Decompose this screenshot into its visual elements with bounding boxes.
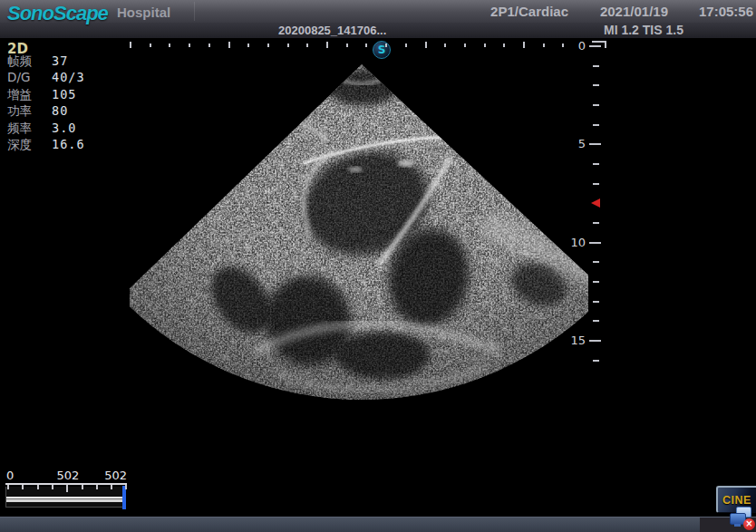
parameter-list: 帧频37D/G40/3增益105功率80频率3.0深度16.6 — [7, 53, 116, 152]
graybar-tick — [37, 485, 39, 489]
graybar-tick — [96, 485, 98, 489]
ruler-tick — [503, 44, 505, 47]
ruler-tick — [484, 44, 486, 47]
ruler-tick — [287, 44, 289, 47]
graybar-tick — [82, 485, 83, 489]
ruler-tick — [593, 320, 599, 322]
ruler-tick — [593, 65, 599, 67]
graybar-tick — [111, 485, 112, 489]
parameter-row: 深度16.6 — [7, 136, 116, 152]
ruler-tick — [425, 42, 427, 48]
ruler-tick — [593, 281, 599, 283]
parameter-label: 增益 — [7, 86, 52, 102]
parameter-value: 37 — [52, 53, 68, 68]
graybar-tick — [7, 485, 9, 489]
ruler-tick — [306, 44, 308, 47]
ruler-tick — [593, 183, 599, 185]
depth-label: 5 — [560, 137, 586, 150]
network-error-icon[interactable]: × — [730, 507, 756, 531]
ruler-tick — [208, 44, 210, 47]
ruler-tick — [589, 143, 601, 145]
graybar-tick — [22, 485, 24, 489]
ruler-tick — [247, 44, 249, 47]
graybar-tick — [66, 485, 68, 492]
ruler-tick — [385, 44, 387, 47]
parameter-row: 增益105 — [7, 86, 116, 102]
focus-marker-icon[interactable] — [591, 198, 600, 208]
image-corner-bracket — [592, 41, 606, 48]
ruler-tick — [405, 44, 407, 47]
error-x-badge: × — [743, 518, 755, 530]
ruler-tick — [169, 44, 170, 47]
ruler-tick — [593, 360, 599, 362]
ruler-tick — [444, 44, 446, 47]
graybar-tick — [52, 485, 53, 489]
ruler-tick — [593, 104, 599, 106]
ruler-tick — [365, 44, 367, 47]
graybar-label: 502 — [100, 469, 127, 482]
parameter-row: D/G40/3 — [7, 69, 116, 85]
parameter-value: 40/3 — [52, 70, 85, 84]
parameter-row: 功率80 — [7, 102, 116, 119]
parameter-label: 功率 — [7, 102, 52, 119]
ruler-tick — [228, 42, 230, 48]
graybar-label: 502 — [54, 469, 82, 482]
depth-label: 15 — [560, 334, 586, 347]
depth-label: 0 — [560, 39, 586, 53]
ruler-tick — [346, 44, 348, 47]
graybar-label: 0 — [6, 469, 14, 482]
ruler-tick — [593, 163, 599, 165]
parameter-value: 3.0 — [52, 121, 76, 135]
ruler-tick — [326, 42, 328, 48]
ruler-tick — [130, 42, 131, 48]
ruler-tick — [593, 124, 599, 126]
ruler-tick — [593, 301, 599, 303]
parameter-row: 帧频37 — [7, 53, 116, 69]
parameter-row: 频率3.0 — [7, 120, 116, 136]
depth-label: 10 — [560, 236, 586, 249]
taskbar — [0, 517, 756, 532]
parameter-label: D/G — [7, 69, 52, 85]
ruler-tick — [589, 242, 601, 244]
ruler-tick — [593, 84, 599, 86]
monitor-stand-icon — [734, 524, 741, 527]
graybar-tick — [125, 485, 127, 489]
parameter-label: 帧频 — [7, 53, 52, 69]
parameter-label: 频率 — [7, 120, 52, 136]
parameter-value: 16.6 — [52, 137, 85, 151]
parameter-value: 105 — [52, 87, 76, 102]
ultrasound-screen: SonoScape Hospital 2P1/Cardiac 2021/01/1… — [0, 0, 756, 532]
parameter-label: 深度 — [7, 136, 52, 152]
ruler-tick — [189, 44, 190, 47]
probe-orientation-marker: S — [373, 41, 391, 59]
ruler-tick — [593, 222, 599, 224]
ruler-tick — [523, 42, 525, 48]
ruler-tick — [589, 340, 601, 342]
graybar-gradient-band — [6, 497, 125, 502]
parameter-value: 80 — [52, 103, 68, 118]
ruler-tick — [267, 44, 269, 47]
ruler-tick — [543, 44, 545, 47]
ruler-tick — [464, 44, 466, 47]
ruler-tick — [593, 261, 599, 263]
ruler-tick — [150, 44, 151, 47]
